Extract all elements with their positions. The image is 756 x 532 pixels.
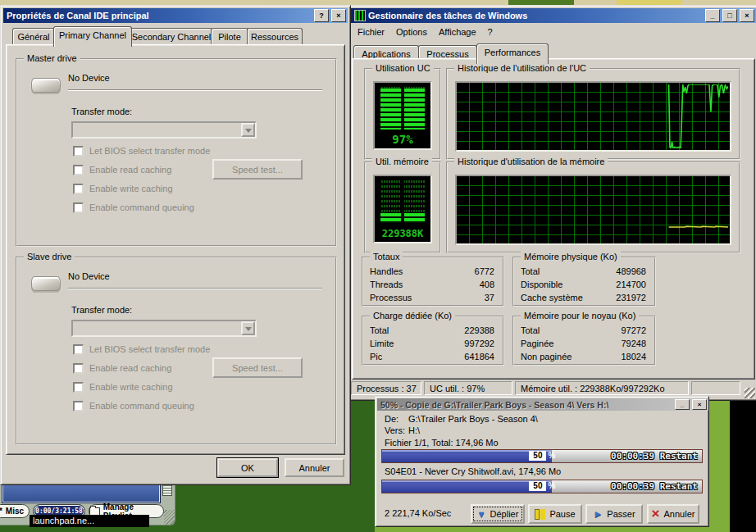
status-empty [691, 381, 740, 395]
misc-button[interactable]: *Misc [0, 504, 30, 518]
checkbox-let-bios[interactable]: Let BIOS select transfer mode [73, 145, 210, 157]
tab-primary-channel[interactable]: Primary Channel [53, 26, 132, 47]
checkbox-read-caching[interactable]: Enable read caching [73, 164, 171, 175]
expand-arrow-icon: ▼ [477, 510, 486, 519]
memory-gauge-legend: Util. mémoire [372, 157, 432, 166]
menu-affichage[interactable]: Affichage [433, 25, 482, 39]
annuler-button[interactable]: × Annuler [647, 504, 699, 524]
memory-history-graph [455, 175, 731, 245]
total-progress-bar: 50 % 00:00:39 Restant [381, 449, 703, 463]
window-resize-grip[interactable] [745, 388, 755, 398]
passer-label: Passer [607, 509, 635, 519]
master-speed-test-button[interactable]: Speed test... [212, 159, 303, 180]
pause-button[interactable]: Pause [528, 504, 582, 524]
player-resize-grip[interactable] [164, 510, 175, 525]
checkbox-command-queuing[interactable]: Enable command queuing [73, 400, 194, 412]
checkbox-box [73, 165, 84, 175]
task-manager-titlebar[interactable]: Gestionnaire des tâches de Windows _ □ × [351, 8, 756, 23]
slave-transfer-label: Transfer mode: [71, 305, 132, 315]
tab-secondary-channel[interactable]: Secondary Channel [130, 28, 212, 45]
desktop-icon-label[interactable]: launchpad.ne... [30, 515, 149, 527]
cpu-history-legend: Historique de l'utilisation de l'UC [454, 63, 590, 73]
master-transfer-combo[interactable] [71, 121, 257, 139]
tab-ressources[interactable]: Ressources [247, 28, 303, 45]
checkbox-write-caching[interactable]: Enable write caching [73, 183, 173, 194]
cpu-gauge: 97% [373, 81, 432, 150]
copy-dialog-titlebar[interactable]: 50% - Copie de G:\Trailer Park Boys - Se… [377, 398, 708, 411]
deplier-label: Déplier [490, 509, 519, 519]
progress-percent: 50 [529, 451, 546, 461]
checkbox-command-queuing[interactable]: Enable command queuing [73, 202, 194, 213]
maximize-button[interactable]: □ [722, 9, 737, 22]
chevron-down-icon [245, 327, 252, 334]
tab-general[interactable]: Général [12, 28, 55, 45]
slave-drive-legend: Slave drive [24, 252, 75, 261]
checkbox-label: Enable write caching [89, 382, 173, 392]
help-button[interactable]: ? [314, 9, 329, 22]
checkbox-let-bios[interactable]: Let BIOS select transfer mode [73, 343, 210, 355]
ide-dialog-titlebar[interactable]: Propriétés de Canal IDE principal ? × [3, 8, 348, 23]
combo-dropdown-button[interactable] [241, 123, 255, 137]
checkbox-write-caching[interactable]: Enable write caching [73, 381, 173, 393]
close-button[interactable]: × [331, 9, 346, 22]
physical-memory-group: Mémoire physique (Ko) Total489968 Dispon… [512, 257, 656, 307]
memory-history-legend: Historique d'utilisation de la mémoire [454, 157, 608, 166]
primary-channel-page: Master drive No Device Transfer mode: Le… [6, 44, 345, 455]
menu-help[interactable]: ? [482, 25, 499, 39]
separator [68, 288, 322, 289]
stat-row: Handles6772 [363, 265, 503, 278]
checkbox-label: Let BIOS select transfer mode [89, 344, 210, 354]
close-button[interactable]: × [740, 9, 754, 22]
close-button[interactable]: × [692, 399, 707, 410]
commit-charge-legend: Charge dédiée (Ko) [370, 311, 455, 321]
minimize-button[interactable]: _ [675, 399, 690, 410]
commit-charge-group: Charge dédiée (Ko) Total229388 Limite997… [362, 316, 504, 366]
totals-legend: Totaux [370, 252, 403, 261]
file-progress-bar: 50 % 00:00:39 Restant [381, 480, 703, 493]
tab-performances[interactable]: Performances [476, 43, 549, 64]
stat-row: Total229388 [363, 324, 503, 337]
combo-dropdown-button[interactable] [241, 321, 255, 335]
physical-memory-legend: Mémoire physique (Ko) [521, 252, 621, 261]
transfer-speed: 2 221,74 Ko/Sec [385, 508, 451, 518]
checkbox-label: Enable write caching [89, 184, 173, 193]
misc-icon: * [0, 507, 2, 516]
playlist-panel[interactable] [2, 483, 161, 503]
status-processes: Processus : 37 [351, 381, 421, 395]
checkbox-read-caching[interactable]: Enable read caching [73, 362, 171, 374]
checkbox-box [73, 401, 84, 412]
slave-speed-test-button[interactable]: Speed test... [212, 357, 303, 378]
kernel-memory-legend: Mémoire pour le noyau (Ko) [521, 311, 639, 321]
stat-row: Disponible214700 [514, 278, 654, 291]
cpu-history-group: Historique de l'utilisation de l'UC [446, 68, 740, 160]
passer-button[interactable]: ► Passer [585, 504, 643, 524]
time-value: 0:00/3:21:58 [35, 507, 83, 515]
master-drive-group: Master drive No Device Transfer mode: Le… [16, 58, 337, 247]
minimize-button[interactable]: _ [705, 9, 720, 22]
annuler-label: Annuler [664, 509, 695, 519]
deplier-button[interactable]: ▼ Déplier [471, 504, 525, 524]
checkbox-box [73, 146, 84, 157]
checkbox-label: Enable command queuing [89, 401, 194, 411]
status-memory: Mémoire util. : 229388Ko/997292Ko [515, 381, 689, 395]
master-drive-legend: Master drive [24, 53, 80, 63]
menu-fichier[interactable]: Fichier [352, 25, 390, 39]
stat-row: Processus37 [363, 291, 503, 304]
folder-icon [89, 507, 100, 516]
stat-row: Limite997292 [363, 337, 503, 350]
slave-transfer-combo[interactable] [71, 320, 257, 337]
cancel-button[interactable]: Annuler [285, 458, 344, 477]
menu-options[interactable]: Options [390, 25, 433, 39]
cpu-gauge-group: Utilisation UC 97% [364, 68, 441, 160]
checkbox-box [73, 382, 84, 393]
checkbox-box [73, 184, 84, 194]
separator [68, 89, 322, 91]
tab-pilote[interactable]: Pilote [211, 28, 248, 45]
from-path: G:\Trailer Park Boys - Season 4\ [408, 414, 538, 424]
checkbox-box [73, 202, 84, 213]
ide-properties-dialog: Propriétés de Canal IDE principal ? × Gé… [0, 5, 351, 485]
memory-gauge: 229388K [373, 175, 432, 243]
total-file-line: Fichier 1/1, Total: 174,96 Mo [385, 438, 499, 448]
ok-button[interactable]: OK [217, 458, 278, 477]
memory-gauge-group: Util. mémoire 229388K [364, 161, 441, 253]
